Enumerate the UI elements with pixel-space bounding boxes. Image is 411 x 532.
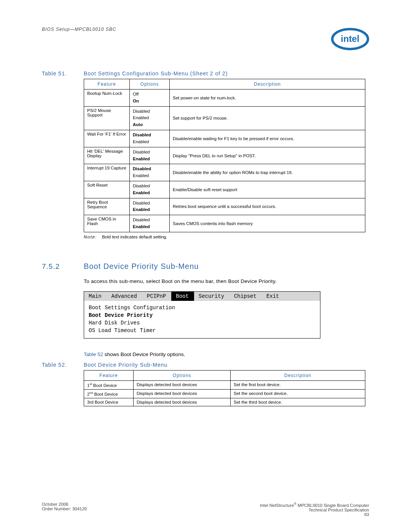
section-intro: To access this sub-menu, select Boot on … bbox=[84, 278, 369, 285]
section-heading: 7.5.2 Boot Device Priority Sub-Menu bbox=[42, 262, 369, 271]
description-cell: Display "Press DEL to run Setup" in POST… bbox=[170, 147, 365, 164]
table-row: Bootup Num-LockOffOnSet power-on state f… bbox=[84, 89, 365, 107]
table51-note: Note: Bold text indicates default settin… bbox=[84, 235, 369, 239]
table-row: Interrupt 19 CaptureDisabledEnabledDisab… bbox=[84, 164, 365, 181]
options-cell: Displays detected boot devices bbox=[134, 389, 231, 398]
feature-cell: Soft Reset bbox=[84, 181, 130, 198]
table-row: PS/2 Mouse SupportDisabledEnabledAutoSet… bbox=[84, 106, 365, 130]
bios-tab: PCIPnP bbox=[142, 292, 171, 301]
bios-item-list: Boot Settings ConfigurationBoot Device P… bbox=[84, 301, 320, 338]
options-cell: DisabledEnabled bbox=[130, 181, 170, 198]
description-cell: Set the first boot device. bbox=[231, 381, 365, 390]
options-cell: DisabledEnabled bbox=[130, 198, 170, 215]
description-cell: Retries boot sequence until a successful… bbox=[170, 198, 365, 215]
table-row: Wait For 'F1' If ErrorDisabledEnabledDis… bbox=[84, 130, 365, 147]
feature-cell: Save CMOS in Flash bbox=[84, 215, 130, 232]
options-cell: DisabledEnabledAuto bbox=[130, 106, 170, 130]
table-row: Retry Boot SequenceDisabledEnabledRetrie… bbox=[84, 198, 365, 215]
svg-text:intel: intel bbox=[341, 34, 360, 44]
options-cell: DisabledEnabled bbox=[130, 215, 170, 232]
table-row: 2nd Boot DeviceDisplays detected boot de… bbox=[84, 389, 365, 398]
intel-logo-icon: intel bbox=[331, 27, 369, 51]
bios-item: Hard Disk Drives bbox=[89, 319, 315, 327]
footer-date: October 2006 bbox=[42, 502, 87, 506]
options-cell: Displays detected boot devices bbox=[134, 398, 231, 406]
table52-ref: Table 52 shows Boot Device Priority opti… bbox=[84, 351, 369, 357]
feature-cell: 3rd Boot Device bbox=[84, 398, 134, 406]
feature-cell: Interrupt 19 Capture bbox=[84, 164, 130, 181]
table51-col-header: Feature bbox=[84, 79, 130, 89]
bios-tab: Main bbox=[84, 292, 107, 301]
description-cell: Set power-on state for num-lock. bbox=[170, 89, 365, 107]
description-cell: Set the second boot device. bbox=[231, 389, 365, 398]
table-row: Save CMOS in FlashDisabledEnabledSaves C… bbox=[84, 215, 365, 232]
table52-ref-link: Table 52 bbox=[84, 351, 103, 357]
table51-title: Boot Settings Configuration Sub-Menu (Sh… bbox=[84, 70, 228, 77]
table-row: 3rd Boot DeviceDisplays detected boot de… bbox=[84, 398, 365, 406]
section-title: Boot Device Priority Sub-Menu bbox=[84, 262, 199, 271]
footer-doc-type: Technical Product Specification bbox=[260, 508, 369, 512]
table-row: Soft ResetDisabledEnabledEnable/Disable … bbox=[84, 181, 365, 198]
table52-caption: Table 52. Boot Device Priority Sub-Menu bbox=[42, 362, 369, 368]
feature-cell: Wait For 'F1' If Error bbox=[84, 130, 130, 147]
bios-tab: Advanced bbox=[107, 292, 142, 301]
description-cell: Disable/enable the ability for option RO… bbox=[170, 164, 365, 181]
table51-number: Table 51. bbox=[42, 70, 82, 77]
bios-item: Boot Device Priority bbox=[89, 312, 315, 319]
table51: FeatureOptionsDescription Bootup Num-Loc… bbox=[84, 79, 365, 232]
table51-col-header: Options bbox=[130, 79, 170, 89]
description-cell: Set support for PS/2 mouse. bbox=[170, 106, 365, 130]
feature-cell: 1st Boot Device bbox=[84, 381, 134, 390]
table52-col-header: Feature bbox=[84, 371, 134, 381]
options-cell: Displays detected boot devices bbox=[134, 381, 231, 390]
bios-menu: MainAdvancedPCIPnPBootSecurityChipsetExi… bbox=[84, 291, 320, 339]
options-cell: DisabledEnabled bbox=[130, 147, 170, 164]
table52-title: Boot Device Priority Sub-Menu bbox=[84, 362, 167, 368]
table52-col-header: Description bbox=[231, 371, 365, 381]
table51-col-header: Description bbox=[170, 79, 365, 89]
table-row: 1st Boot DeviceDisplays detected boot de… bbox=[84, 381, 365, 390]
bios-tab-bar: MainAdvancedPCIPnPBootSecurityChipsetExi… bbox=[84, 292, 320, 301]
bios-tab: Security bbox=[194, 292, 229, 301]
options-cell: DisabledEnabled bbox=[130, 130, 170, 147]
footer-left: October 2006 Order Number: 304120 bbox=[42, 502, 87, 517]
footer-product: Intel NetStructure® MPCBL0010 Single Boa… bbox=[260, 502, 369, 508]
bios-tab: Boot bbox=[171, 292, 194, 301]
bios-item: OS Load Timeout Timer bbox=[89, 327, 315, 334]
bios-tab: Exit bbox=[262, 292, 285, 301]
note-label: Note: bbox=[84, 235, 97, 239]
section-number: 7.5.2 bbox=[42, 262, 84, 271]
page-footer: October 2006 Order Number: 304120 Intel … bbox=[42, 502, 369, 517]
feature-cell: Retry Boot Sequence bbox=[84, 198, 130, 215]
footer-page-num: 83 bbox=[260, 512, 369, 517]
table52: FeatureOptionsDescription 1st Boot Devic… bbox=[84, 370, 365, 406]
table-row: Hit 'DEL' Message DisplayDisabledEnabled… bbox=[84, 147, 365, 164]
bios-item: Boot Settings Configuration bbox=[89, 304, 315, 312]
note-text: Bold text indicates default setting. bbox=[102, 235, 167, 239]
table52-number: Table 52. bbox=[42, 362, 82, 368]
feature-cell: Bootup Num-Lock bbox=[84, 89, 130, 107]
page-header: BIOS Setup—MPCBL0010 SBC intel bbox=[42, 27, 369, 51]
table52-col-header: Options bbox=[134, 371, 231, 381]
bios-tab: Chipset bbox=[229, 292, 262, 301]
description-cell: Saves CMOS contents into flash memory bbox=[170, 215, 365, 232]
footer-right: Intel NetStructure® MPCBL0010 Single Boa… bbox=[260, 502, 369, 517]
feature-cell: PS/2 Mouse Support bbox=[84, 106, 130, 130]
footer-order: Order Number: 304120 bbox=[42, 506, 87, 511]
description-cell: Disable/enable waiting for F1 key to be … bbox=[170, 130, 365, 147]
feature-cell: 2nd Boot Device bbox=[84, 389, 134, 398]
description-cell: Set the third boot device. bbox=[231, 398, 365, 406]
options-cell: OffOn bbox=[130, 89, 170, 107]
description-cell: Enable/Disable soft reset support bbox=[170, 181, 365, 198]
options-cell: DisabledEnabled bbox=[130, 164, 170, 181]
table51-caption: Table 51. Boot Settings Configuration Su… bbox=[42, 70, 369, 77]
feature-cell: Hit 'DEL' Message Display bbox=[84, 147, 130, 164]
table52-ref-tail: shows Boot Device Priority options. bbox=[103, 351, 185, 357]
running-head: BIOS Setup—MPCBL0010 SBC bbox=[42, 27, 116, 32]
